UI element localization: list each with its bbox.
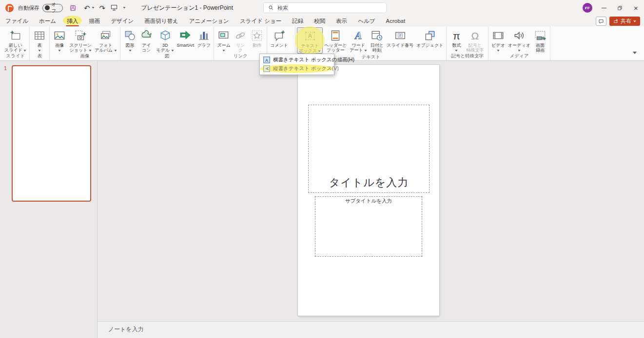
account-avatar[interactable]: FF (583, 3, 592, 13)
slide-number-icon: # (394, 29, 407, 42)
table-button[interactable]: 表 (31, 27, 48, 53)
tab-help[interactable]: ヘルプ (352, 16, 380, 26)
ribbon-group-images: 画像 スクリーン ショット (50, 26, 120, 60)
tab-design[interactable]: デザイン (105, 16, 139, 26)
comments-button[interactable] (596, 17, 606, 26)
ribbon-group-table: 表 表 (30, 26, 50, 60)
symbol-button: Ω 記号と 特殊文字 (465, 27, 485, 53)
ribbon-group-illustrations: 図形 アイ コン 3D モデル (120, 26, 215, 60)
powerpoint-logo-icon (5, 4, 14, 12)
window-controls: × (596, 0, 644, 16)
slide-thumbnail-1[interactable] (12, 65, 91, 202)
3d-models-button[interactable]: 3D モデル (155, 27, 176, 53)
tab-file[interactable]: ファイル (0, 16, 34, 26)
date-time-button[interactable]: 日付と 時刻 (369, 27, 385, 54)
redo-icon: ↷ (99, 4, 106, 12)
group-label: スライド (3, 53, 28, 61)
close-button[interactable]: × (628, 0, 644, 16)
group-label: リンク (215, 53, 265, 61)
notes-pane[interactable]: ノートを入力 (98, 321, 644, 338)
vertical-text-box-icon: A (263, 65, 270, 72)
undo-button[interactable]: ↶ (81, 1, 97, 15)
slide[interactable]: タイトルを入力 サブタイトルを入力 (298, 65, 439, 316)
zoom-icon (217, 29, 230, 42)
link-button: リン ク (232, 27, 249, 53)
header-footer-button[interactable]: ヘッダーと フッター (323, 27, 348, 54)
share-button[interactable]: 共有 (609, 17, 640, 26)
title-placeholder[interactable]: タイトルを入力 (308, 105, 429, 193)
autosave-toggle[interactable]: オフ (42, 4, 63, 12)
chevron-down-icon (24, 50, 26, 51)
autosave-state: オフ (52, 1, 61, 14)
autosave-label: 自動保存 (18, 4, 39, 12)
equation-button[interactable]: π 数式 (448, 27, 465, 53)
toggle-knob-icon (45, 5, 50, 10)
subtitle-placeholder[interactable]: サブタイトルを入力 (315, 196, 422, 257)
group-label: 図 (122, 53, 213, 61)
tab-record[interactable]: 記録 (287, 16, 309, 26)
tab-view[interactable]: 表示 (331, 16, 352, 26)
screenshot-icon (74, 29, 87, 42)
video-button[interactable]: ビデオ (490, 27, 507, 53)
new-comment-button[interactable]: コメント (269, 27, 290, 53)
shapes-icon (124, 29, 137, 42)
svg-text:A: A (354, 30, 362, 41)
share-icon (613, 19, 619, 24)
video-icon (492, 29, 505, 42)
duck-icon (140, 29, 153, 42)
minimize-icon (602, 8, 606, 8)
screen-recording-button[interactable]: 画面 録画 (532, 27, 548, 53)
shapes-button[interactable]: 図形 (122, 27, 138, 53)
screenshot-button[interactable]: スクリーン ショット (68, 27, 93, 53)
wordart-button[interactable]: A ワード アート (348, 27, 369, 54)
menu-item-horizontal-text-box[interactable]: A 横書きテキスト ボックスの描画(H) (260, 56, 334, 64)
picture-button[interactable]: 画像 (51, 27, 68, 53)
object-button[interactable]: オブジェクト (415, 27, 445, 54)
minimize-button[interactable] (596, 0, 612, 16)
quick-access-more-button[interactable] (120, 1, 128, 15)
svg-text:#: # (399, 33, 401, 38)
zoom-button[interactable]: ズーム (215, 27, 232, 53)
text-box-button[interactable]: A テキスト ボックス (297, 27, 323, 54)
icons-button[interactable]: アイ コン (138, 27, 155, 53)
chevron-down-icon (59, 50, 61, 51)
chevron-down-icon (633, 20, 636, 22)
menu-item-vertical-text-box[interactable]: A 縦書きテキスト ボックス(V) (260, 64, 334, 73)
tab-review[interactable]: 校閲 (309, 16, 331, 26)
restore-button[interactable] (612, 0, 628, 16)
start-slideshow-button[interactable] (108, 1, 120, 15)
svg-text:A: A (265, 58, 269, 63)
tab-insert[interactable]: 挿入 (61, 16, 83, 26)
group-label: メディア (490, 53, 548, 61)
group-label: 表 (31, 53, 48, 61)
slideshow-monitor-icon (110, 4, 118, 12)
collapse-ribbon-button[interactable] (631, 47, 638, 58)
tab-acrobat[interactable]: Acrobat (381, 16, 411, 26)
ribbon-group-slides: 新しい スライド スライド (1, 26, 30, 60)
save-button[interactable] (67, 1, 79, 15)
smartart-button[interactable]: SmartArt (176, 27, 196, 53)
tab-slideshow[interactable]: スライド ショー (234, 16, 287, 26)
redo-button[interactable]: ↷ (97, 1, 108, 15)
new-slide-button[interactable]: 新しい スライド (3, 27, 28, 53)
slide-number-button[interactable]: # スライド番号 (385, 27, 415, 54)
chevron-down-icon (518, 50, 520, 51)
tab-transitions[interactable]: 画面切り替え (139, 16, 184, 26)
audio-button[interactable]: オーディオ (507, 27, 532, 53)
action-button: 動作 (249, 27, 265, 53)
text-box-dropdown-menu: A 横書きテキスト ボックスの描画(H) A 縦書きテキスト ボックス(V) (259, 54, 334, 75)
title-bar: 自動保存 オフ ↶ ↷ プレゼンテーション1 - PowerPoint 検索 (0, 0, 644, 16)
search-input[interactable]: 検索 (263, 2, 387, 13)
tab-animations[interactable]: アニメーション (184, 16, 234, 26)
document-title: プレゼンテーション1 - PowerPoint (141, 4, 233, 12)
share-label: 共有 (621, 18, 631, 25)
powerpoint-window: { "window": { "title": "プレゼンテーション1 - Pow… (0, 0, 644, 338)
chart-button[interactable]: グラフ (195, 27, 212, 53)
photo-album-button[interactable]: フォト アルバム (93, 27, 118, 53)
picture-icon (53, 29, 66, 42)
chevron-down-icon (223, 50, 225, 51)
svg-text:A: A (265, 67, 270, 70)
tab-draw[interactable]: 描画 (83, 16, 105, 26)
tab-home[interactable]: ホーム (34, 16, 61, 26)
group-label: 画像 (51, 53, 118, 61)
